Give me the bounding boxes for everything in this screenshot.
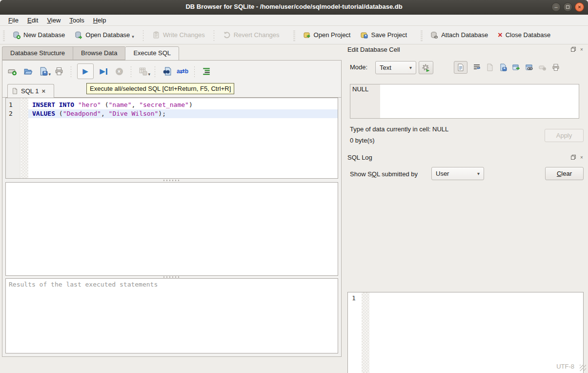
open-in-external-button[interactable] — [512, 63, 520, 71]
write-changes-label: Write Changes — [163, 31, 205, 39]
copy-link-button[interactable] — [526, 63, 533, 71]
sql-code-editor[interactable]: 1 2 INSERT INTO "hero" ("name", "secret_… — [5, 98, 338, 179]
cell-value-text: NULL — [352, 85, 368, 93]
float-dock-button[interactable] — [570, 154, 576, 160]
open-sql-file-button[interactable] — [22, 66, 33, 77]
tab-execute-sql[interactable]: Execute SQL — [125, 46, 179, 61]
main-toolbar: New Database Open Database ▾ Write Chang… — [0, 26, 588, 44]
execute-icon: ▶ — [82, 67, 88, 76]
save-project-button[interactable]: Save Project — [355, 29, 412, 41]
stop-icon: × — [116, 68, 123, 75]
splitter-handle[interactable] — [163, 276, 180, 278]
minimize-icon: – — [554, 4, 557, 10]
status-bar: UTF-8 — [0, 359, 588, 373]
toolbar-drag-handle[interactable] — [421, 29, 423, 41]
text-document-icon — [457, 63, 465, 71]
sql-log-dock: SQL Log × Show SQL submitted by User ▾ C… — [344, 152, 587, 359]
title-bar[interactable]: DB Browser for SQLite - /home/user/code/… — [0, 0, 588, 15]
tab-browse-data[interactable]: Browse Data — [73, 46, 125, 60]
splitter-handle[interactable] — [163, 180, 180, 181]
mode-caret-icon: ▾ — [409, 65, 412, 70]
close-sql-tab-icon[interactable]: × — [41, 87, 45, 95]
toolbar-separator — [214, 29, 214, 41]
menu-view[interactable]: View — [42, 16, 65, 25]
format-sql-button[interactable] — [201, 66, 212, 77]
toolbar-drag-handle[interactable] — [293, 29, 295, 41]
save-cell-icon — [499, 63, 507, 71]
save-results-dropdown-icon[interactable]: ▾ — [148, 72, 150, 77]
word-wrap-icon — [473, 63, 481, 71]
toolbar-separator — [131, 65, 131, 77]
cell-editor-toolbar — [454, 61, 560, 74]
set-null-icon — [539, 63, 547, 71]
open-project-button[interactable]: Open Project — [298, 29, 356, 41]
menu-edit[interactable]: Edit — [23, 16, 42, 25]
stop-execution-button[interactable]: × — [114, 66, 124, 77]
execute-current-line-button[interactable]: ▶ — [98, 66, 109, 77]
log-filter-label: Show SQL submitted by — [350, 170, 418, 178]
edit-database-cell-dock: Edit Database Cell × Mode: Text ▾ — [344, 44, 587, 151]
auto-apply-button[interactable] — [419, 61, 433, 74]
edit-cell-dock-title: Edit Database Cell — [347, 46, 400, 53]
toolbar-separator — [194, 65, 195, 77]
find-button[interactable] — [162, 66, 172, 77]
save-sql-dropdown-icon[interactable]: ▾ — [48, 72, 51, 77]
save-results-button[interactable]: ▾ — [138, 66, 148, 77]
sql-tab-label: SQL 1 — [21, 87, 39, 95]
new-sql-tab-button[interactable] — [7, 66, 18, 77]
open-database-button[interactable]: Open Database ▾ — [70, 29, 139, 41]
close-button[interactable]: × — [575, 2, 584, 12]
apply-button[interactable]: Apply — [545, 129, 584, 142]
log-filter-combobox[interactable]: User ▾ — [431, 167, 484, 180]
minimize-button[interactable]: – — [551, 2, 561, 12]
toolbar-drag-handle[interactable] — [3, 29, 5, 41]
open-external-icon — [512, 63, 520, 71]
cell-editor[interactable]: NULL — [350, 84, 579, 119]
print-sql-button[interactable] — [54, 66, 64, 77]
results-grid-panel[interactable] — [5, 182, 338, 276]
float-dock-button[interactable] — [570, 46, 576, 52]
import-cell-data-button[interactable] — [486, 63, 494, 71]
clear-log-button[interactable]: Clear — [545, 167, 584, 180]
execute-sql-pane: ▾ ▶ ▶ × ▾ a⇄b — [2, 60, 342, 357]
gear-icon — [422, 64, 430, 72]
code-line-2-current: VALUES ("Deadpond", "Dive Wilson"); — [28, 109, 338, 118]
write-changes-button[interactable]: Write Changes — [147, 29, 210, 41]
save-sql-file-button[interactable]: ▾ — [38, 66, 49, 77]
tab-database-structure[interactable]: Database Structure — [2, 46, 73, 60]
float-dock-icon — [571, 155, 576, 160]
close-database-label: Close Database — [506, 31, 551, 39]
cell-size-info: 0 byte(s) — [350, 137, 375, 144]
execute-sql-button[interactable]: ▶ — [77, 63, 94, 79]
close-database-button[interactable]: × Close Database — [493, 29, 555, 41]
open-database-label: Open Database — [85, 31, 130, 39]
print-cell-button[interactable] — [552, 63, 560, 71]
new-database-icon — [13, 31, 20, 39]
attach-database-icon — [430, 31, 438, 39]
resize-grip[interactable] — [580, 365, 586, 371]
menu-tools[interactable]: Tools — [65, 16, 88, 25]
word-wrap-button[interactable] — [473, 63, 481, 71]
close-dock-button[interactable]: × — [579, 46, 585, 52]
toolbar-separator — [155, 65, 155, 77]
sql-tab[interactable]: SQL 1 × — [7, 84, 54, 98]
sql-document-icon — [12, 88, 18, 94]
attach-database-button[interactable]: Attach Database — [426, 29, 493, 41]
sql-log-dock-title: SQL Log — [347, 154, 372, 161]
encoding-indicator[interactable]: UTF-8 — [556, 363, 574, 370]
execution-status-panel[interactable]: Results of the last executed statements — [5, 278, 338, 353]
find-replace-button[interactable]: a⇄b — [177, 66, 188, 77]
mode-combobox[interactable]: Text ▾ — [375, 61, 416, 74]
text-mode-button[interactable] — [454, 61, 467, 74]
open-database-dropdown-icon[interactable]: ▾ — [132, 34, 134, 39]
new-database-button[interactable]: New Database — [8, 29, 70, 41]
link-icon — [526, 63, 533, 71]
revert-changes-button[interactable]: Revert Changes — [218, 29, 284, 41]
export-cell-data-button[interactable] — [499, 63, 507, 71]
set-null-button[interactable] — [539, 63, 547, 71]
menu-file[interactable]: File — [4, 16, 23, 25]
close-dock-button[interactable]: × — [579, 154, 585, 160]
window-controls: – × — [551, 2, 584, 12]
maximize-button[interactable] — [563, 2, 572, 12]
menu-help[interactable]: Help — [89, 16, 111, 25]
